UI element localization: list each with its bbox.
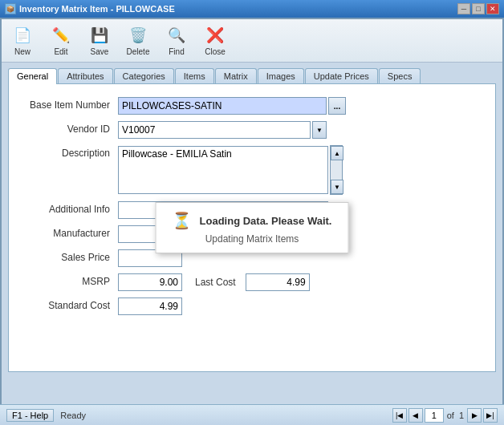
last-cost-label: Last Cost — [195, 277, 236, 288]
nav-next-button[interactable]: ▶ — [467, 408, 482, 423]
tab-attributes[interactable]: Attributes — [58, 68, 112, 84]
desc-scroll-down-button[interactable]: ▼ — [331, 180, 343, 194]
desc-scroll-up-button[interactable]: ▲ — [331, 146, 343, 160]
additional-info-label: Additional Info — [22, 201, 118, 215]
base-item-number-wrap: ... — [118, 97, 482, 115]
new-button[interactable]: 📄 New — [6, 22, 39, 59]
description-wrap: Pillowcase - EMILIA Satin ▲ ▼ — [118, 145, 482, 195]
main-window: 📄 New ✏️ Edit 💾 Save 🗑️ Delete 🔍 Find ❌ … — [0, 18, 504, 425]
find-label: Find — [169, 47, 184, 56]
new-label: New — [14, 47, 30, 56]
tab-items[interactable]: Items — [175, 68, 214, 84]
loading-subtitle: Updating Matrix Items — [205, 233, 299, 245]
tab-matrix[interactable]: Matrix — [215, 68, 257, 84]
edit-icon: ✏️ — [50, 25, 72, 46]
base-item-number-row: Base Item Number ... — [22, 97, 482, 115]
page-number-input[interactable] — [425, 408, 444, 423]
standard-cost-wrap — [118, 298, 482, 315]
toolbar: 📄 New ✏️ Edit 💾 Save 🗑️ Delete 🔍 Find ❌ … — [2, 19, 502, 63]
window-close-button[interactable]: ✕ — [486, 3, 499, 14]
vendor-id-row: Vendor ID ▼ — [22, 121, 482, 139]
tab-bar: General Attributes Categories Items Matr… — [2, 63, 502, 83]
total-pages: 1 — [457, 411, 465, 420]
title-controls: ─ □ ✕ — [457, 3, 499, 14]
delete-icon: 🗑️ — [127, 25, 149, 46]
of-label: of — [445, 411, 456, 420]
vendor-id-wrap: ▼ — [118, 121, 482, 139]
delete-button[interactable]: 🗑️ Delete — [122, 22, 154, 59]
msrp-label: MSRP — [22, 273, 118, 287]
standard-cost-input[interactable] — [118, 298, 182, 315]
nav-first-button[interactable]: |◀ — [392, 408, 407, 423]
nav-last-button[interactable]: ▶| — [483, 408, 498, 423]
save-icon: 💾 — [88, 25, 111, 46]
save-button[interactable]: 💾 Save — [83, 22, 116, 59]
standard-cost-row: Standard Cost — [22, 298, 482, 315]
nav-prev-button[interactable]: ◀ — [408, 408, 423, 423]
tab-specs[interactable]: Specs — [379, 68, 421, 84]
standard-cost-label: Standard Cost — [22, 298, 118, 311]
save-label: Save — [91, 47, 109, 56]
status-ready: Ready — [60, 411, 86, 420]
help-button[interactable]: F1 - Help — [6, 409, 54, 422]
status-left: F1 - Help Ready — [6, 409, 392, 422]
minimize-button[interactable]: ─ — [457, 3, 470, 14]
tab-general[interactable]: General — [8, 68, 57, 84]
status-right: |◀ ◀ of 1 ▶ ▶| — [392, 408, 498, 423]
window-title: Inventory Matrix Item - PILLOWCASE — [19, 4, 175, 14]
description-input[interactable]: Pillowcase - EMILIA Satin — [118, 146, 328, 194]
tab-images[interactable]: Images — [258, 68, 304, 84]
msrp-wrap: Last Cost — [118, 273, 482, 291]
close-icon: ❌ — [204, 25, 226, 46]
find-button[interactable]: 🔍 Find — [161, 22, 193, 59]
msrp-row: MSRP Last Cost — [22, 273, 482, 291]
sales-price-label: Sales Price — [22, 249, 118, 263]
vendor-id-input[interactable] — [118, 121, 311, 139]
find-icon: 🔍 — [165, 25, 188, 46]
last-cost-input[interactable] — [246, 273, 310, 291]
manufacturer-label: Manufacturer — [22, 225, 118, 239]
loading-inner: ⏳ Loading Data. Please Wait. — [173, 211, 332, 230]
tab-update-prices[interactable]: Update Prices — [305, 68, 378, 84]
new-icon: 📄 — [11, 25, 34, 46]
content-area: Base Item Number ... Vendor ID ▼ Descrip… — [8, 83, 496, 372]
vendor-id-dropdown-button[interactable]: ▼ — [312, 121, 327, 139]
maximize-button[interactable]: □ — [472, 3, 485, 14]
base-item-number-label: Base Item Number — [22, 97, 118, 111]
title-bar: 📦 Inventory Matrix Item - PILLOWCASE ─ □… — [0, 0, 504, 18]
base-item-number-input[interactable] — [118, 97, 327, 115]
description-row: Description Pillowcase - EMILIA Satin ▲ … — [22, 145, 482, 195]
msrp-input[interactable] — [118, 273, 182, 291]
status-bar: F1 - Help Ready |◀ ◀ of 1 ▶ ▶| — [0, 404, 504, 425]
loading-title: Loading Data. Please Wait. — [200, 215, 332, 227]
loading-overlay: ⏳ Loading Data. Please Wait. Updating Ma… — [156, 202, 349, 253]
vendor-id-label: Vendor ID — [22, 121, 118, 135]
edit-label: Edit — [54, 47, 67, 56]
title-bar-left: 📦 Inventory Matrix Item - PILLOWCASE — [5, 3, 175, 14]
description-label: Description — [22, 145, 118, 159]
hourglass-icon: ⏳ — [173, 211, 192, 230]
close-button[interactable]: ❌ Close — [199, 22, 231, 59]
window-icon: 📦 — [5, 3, 16, 14]
close-label: Close — [205, 47, 226, 56]
base-item-number-browse-button[interactable]: ... — [328, 97, 346, 115]
delete-label: Delete — [127, 47, 150, 56]
tab-categories[interactable]: Categories — [114, 68, 174, 84]
edit-button[interactable]: ✏️ Edit — [45, 22, 77, 59]
